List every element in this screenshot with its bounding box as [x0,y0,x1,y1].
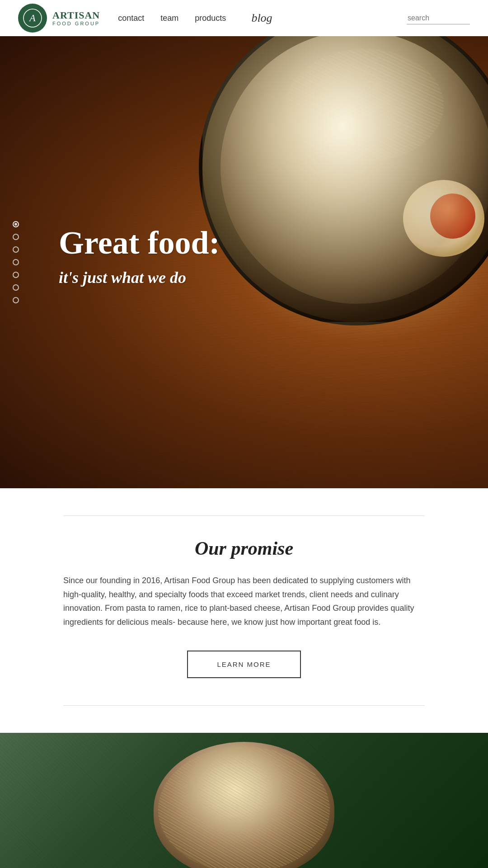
scroll-dot-3[interactable] [13,246,19,253]
logo-name: ARTISAN [52,10,100,21]
promise-title: Our promise [63,538,425,559]
scroll-dot-5[interactable] [13,272,19,278]
hero-subtitle: it's just what we do [59,268,220,287]
bottom-divider [63,705,425,706]
promise-body: Since our founding in 2016, Artisan Food… [63,574,425,629]
nav-blog[interactable]: blog [251,11,272,25]
nav-contact[interactable]: contact [118,14,144,23]
hero-title: Great food: [59,225,220,261]
bottom-image-strip [0,733,488,868]
hero-noodles [286,49,444,162]
logo-text: ARTISAN FOOD GROUP [52,10,100,26]
nav-team[interactable]: team [160,14,178,23]
svg-text:A: A [28,12,36,24]
search-input[interactable] [407,12,470,24]
bottom-bowl-image [154,742,334,868]
logo[interactable]: A ARTISAN FOOD GROUP [18,4,100,33]
main-nav: contact team products [118,14,242,23]
logo-icon: A [18,4,47,33]
hero-egg [403,180,484,257]
scroll-dot-4[interactable] [13,259,19,265]
search-area [407,12,470,24]
scroll-dot-1[interactable] [13,221,19,227]
scroll-dot-6[interactable] [13,284,19,291]
hero-section: Great food: it's just what we do [0,36,488,488]
promise-section: Our promise Since our founding in 2016, … [0,488,488,733]
top-divider [63,515,425,516]
learn-more-button[interactable]: LEARN MORE [187,651,300,678]
site-header: A ARTISAN FOOD GROUP contact team produc… [0,0,488,36]
hero-content: Great food: it's just what we do [59,225,220,287]
logo-sub: FOOD GROUP [52,21,100,26]
scroll-dot-7[interactable] [13,297,19,303]
nav-products[interactable]: products [195,14,226,23]
scroll-dots [13,221,19,303]
scroll-dot-2[interactable] [13,234,19,240]
